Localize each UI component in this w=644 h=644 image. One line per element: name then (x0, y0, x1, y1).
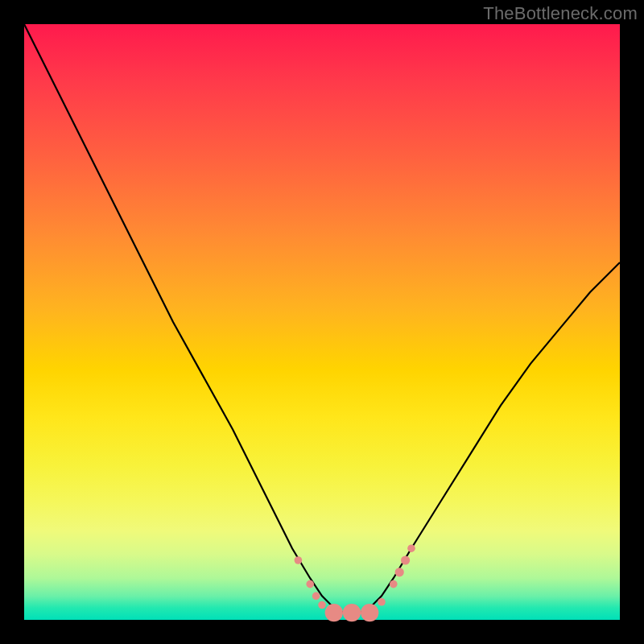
curve-marker (378, 598, 386, 606)
chart-frame: TheBottleneck.com (0, 0, 644, 644)
watermark-text: TheBottleneck.com (483, 3, 638, 24)
curve-marker (343, 604, 361, 621)
bottleneck-curve (24, 24, 620, 614)
curve-marker (312, 592, 320, 601)
plot-area (24, 24, 620, 620)
curve-marker (306, 580, 314, 588)
curve-marker (325, 604, 343, 621)
curve-marker (401, 555, 410, 564)
curve-marker (390, 580, 398, 588)
curve-marker (395, 568, 404, 576)
curve-marker (295, 556, 303, 564)
curve-markers (295, 544, 415, 621)
bottleneck-curve-svg (24, 24, 620, 620)
curve-marker (407, 544, 415, 552)
curve-marker (361, 604, 378, 621)
curve-marker (318, 601, 326, 609)
